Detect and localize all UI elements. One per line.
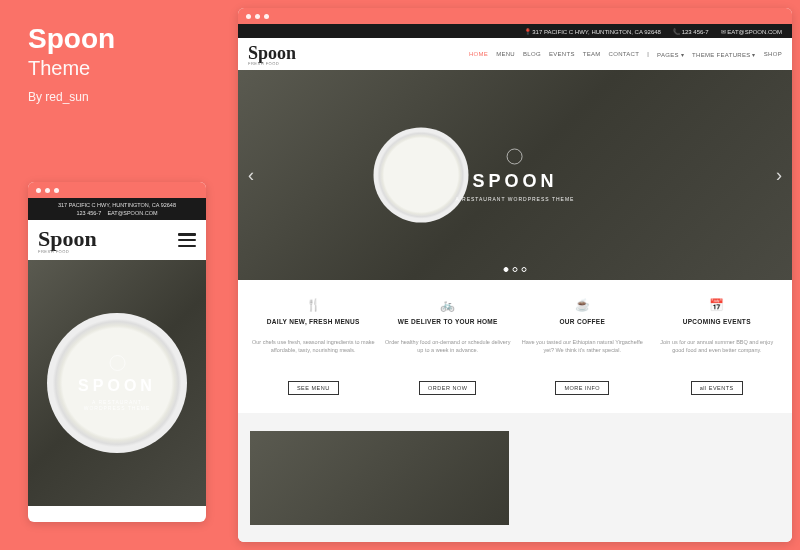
see-menu-button[interactable]: SEE MENU [288, 381, 339, 395]
feature-desc: Order healthy food on-demand or schedule… [385, 338, 512, 366]
hero-subtitle: A RESTAURANT WORDPRESS THEME [73, 399, 162, 411]
slider-dot[interactable] [504, 267, 509, 272]
nav-events[interactable]: EVENTS [549, 51, 575, 58]
spoon-icon [507, 149, 523, 165]
contact-topbar: 317 PACIFIC C HWY, HUNTINGTON, CA 92648 … [28, 198, 206, 220]
nav-pages[interactable]: PAGES ▾ [657, 51, 684, 58]
email-text: EAT@SPOON.COM [107, 210, 157, 216]
address-text: 317 PACIFIC C HWY, HUNTINGTON, CA 92648 [532, 29, 661, 35]
phone-text: 123 456-7 [76, 210, 101, 216]
slider-next-icon[interactable]: › [776, 165, 782, 186]
secondary-section [238, 413, 792, 542]
slider-dots [504, 267, 527, 272]
nav-theme-features[interactable]: THEME FEATURES ▾ [692, 51, 756, 58]
window-dot [246, 14, 251, 19]
main-nav: HOME MENU BLOG EVENTS TEAM CONTACT | PAG… [469, 51, 782, 58]
hero-slider: SPOON A RESTAURANT WORDPRESS THEME [28, 260, 206, 506]
features-row: 🍴 DAILY NEW, FRESH MENUS Our chefs use f… [238, 280, 792, 413]
slider-dot[interactable] [513, 267, 518, 272]
feature-title: WE DELIVER TO YOUR HOME [385, 318, 512, 332]
browser-chrome [28, 182, 206, 198]
desktop-preview: 📍 317 PACIFIC C HWY, HUNTINGTON, CA 9264… [238, 8, 792, 542]
more-info-button[interactable]: MORE INFO [555, 381, 609, 395]
window-dot [45, 188, 50, 193]
hero-subtitle: A RESTAURANT WORDPRESS THEME [456, 196, 575, 202]
plate-image [373, 128, 468, 223]
section-content [521, 431, 780, 525]
cutlery-icon: 🍴 [250, 298, 377, 312]
nav-team[interactable]: TEAM [583, 51, 601, 58]
address-text: 317 PACIFIC C HWY, HUNTINGTON, CA 92648 [58, 202, 176, 208]
feature-desc: Have you tasted our Ethiopian natural Yi… [519, 338, 646, 366]
nav-blog[interactable]: BLOG [523, 51, 541, 58]
slider-prev-icon[interactable]: ‹ [248, 165, 254, 186]
nav-contact[interactable]: CONTACT [609, 51, 640, 58]
order-now-button[interactable]: ORDER NOW [419, 381, 476, 395]
site-header: Spoon FRESH FOOD [28, 220, 206, 260]
nav-shop[interactable]: SHOP [764, 51, 782, 58]
hero-title: SPOON [456, 171, 575, 192]
promo-sidebar: Spoon Theme By red_sun [28, 24, 115, 104]
feature-title: DAILY NEW, FRESH MENUS [250, 318, 377, 332]
feature-events: 📅 UPCOMING EVENTS Join us for our annual… [654, 298, 781, 395]
mobile-preview: 317 PACIFIC C HWY, HUNTINGTON, CA 92648 … [28, 182, 206, 522]
coffee-icon: ☕ [519, 298, 646, 312]
feature-title: UPCOMING EVENTS [654, 318, 781, 332]
window-dot [264, 14, 269, 19]
theme-subtitle: Theme [28, 57, 115, 80]
phone-text: 123 456-7 [682, 29, 709, 35]
email-text: EAT@SPOON.COM [727, 29, 782, 35]
calendar-icon: 📅 [654, 298, 781, 312]
feature-coffee: ☕ OUR COFFEE Have you tasted our Ethiopi… [519, 298, 646, 395]
hero-slider: SPOON A RESTAURANT WORDPRESS THEME ‹ › [238, 70, 792, 280]
window-dot [36, 188, 41, 193]
bicycle-icon: 🚲 [385, 298, 512, 312]
window-dot [54, 188, 59, 193]
feature-desc: Join us for our annual summer BBQ and en… [654, 338, 781, 366]
all-events-button[interactable]: all EVENTS [691, 381, 743, 395]
section-image [250, 431, 509, 525]
nav-home[interactable]: HOME [469, 51, 488, 58]
slider-dot[interactable] [522, 267, 527, 272]
nav-menu[interactable]: MENU [496, 51, 515, 58]
hero-overlay: SPOON A RESTAURANT WORDPRESS THEME [456, 149, 575, 202]
feature-menus: 🍴 DAILY NEW, FRESH MENUS Our chefs use f… [250, 298, 377, 395]
site-header: Spoon FRESH FOOD HOME MENU BLOG EVENTS T… [238, 38, 792, 70]
hero-overlay: SPOON A RESTAURANT WORDPRESS THEME [73, 355, 162, 411]
contact-topbar: 📍 317 PACIFIC C HWY, HUNTINGTON, CA 9264… [238, 24, 792, 38]
hamburger-menu-icon[interactable] [178, 233, 196, 247]
browser-chrome [238, 8, 792, 24]
feature-desc: Our chefs use fresh, seasonal ingredient… [250, 338, 377, 366]
feature-delivery: 🚲 WE DELIVER TO YOUR HOME Order healthy … [385, 298, 512, 395]
window-dot [255, 14, 260, 19]
spoon-icon [109, 355, 125, 371]
feature-title: OUR COFFEE [519, 318, 646, 332]
theme-title: Spoon [28, 24, 115, 55]
hero-title: SPOON [73, 377, 162, 395]
nav-divider: | [647, 51, 649, 58]
theme-author: By red_sun [28, 90, 115, 104]
